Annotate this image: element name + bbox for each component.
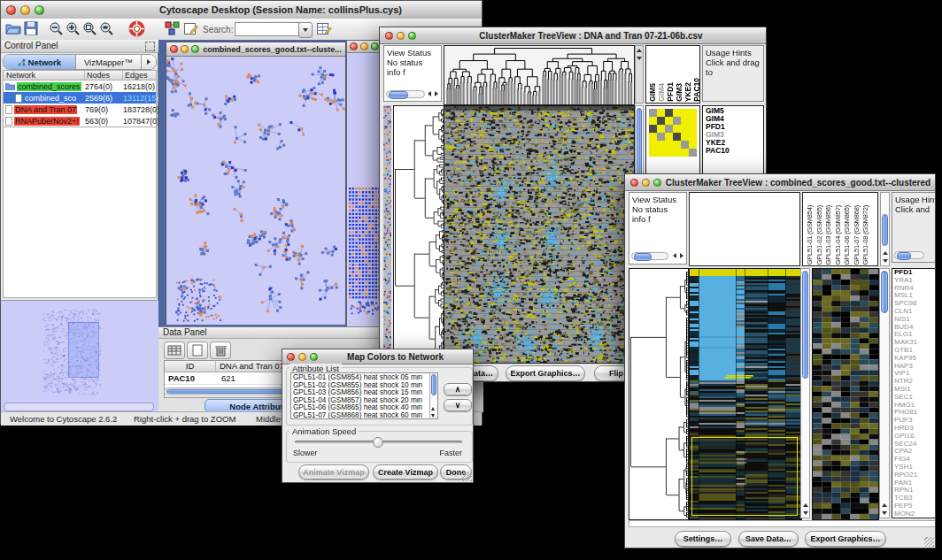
network-list-empty-area[interactable] [3, 127, 157, 298]
view-status-hscrollbar[interactable] [631, 252, 668, 260]
matrix-cell[interactable] [681, 117, 689, 125]
gene-label[interactable]: MON2 [894, 510, 917, 518]
zoom-window-icon[interactable] [35, 5, 44, 15]
tab-vizmapper[interactable]: VizMapper™ [76, 55, 142, 69]
matrix-cell[interactable] [665, 125, 673, 133]
combined-zoom-heatmap[interactable] [812, 268, 879, 520]
view-status-hscrollbar[interactable] [386, 90, 425, 98]
dna-treeview-titlebar[interactable]: ClusterMaker TreeView : DNA and Tran 07-… [380, 27, 766, 44]
dna-heatmap-canvas[interactable] [444, 105, 635, 364]
network-overview-canvas[interactable] [3, 303, 157, 402]
combined-hscrollbar[interactable] [629, 520, 936, 527]
matrix-cell[interactable] [665, 109, 673, 117]
matrix-cell[interactable] [673, 109, 681, 117]
minimize-icon[interactable] [642, 179, 650, 187]
matrix-cell[interactable] [681, 149, 689, 157]
matrix-cell[interactable] [681, 109, 689, 117]
save-data-button[interactable]: Save Data… [738, 531, 799, 547]
matrix-cell[interactable] [681, 125, 689, 133]
combined-treeview-titlebar[interactable]: ClusterMaker TreeView : combined_scores_… [625, 174, 935, 191]
attribute-list-item[interactable]: GPL51-07 (GSM868) heat shock 60 min [293, 412, 429, 419]
matrix-cell[interactable] [649, 109, 657, 117]
float-panel-icon[interactable] [145, 42, 155, 51]
scroll-right-icon[interactable] [680, 253, 683, 258]
delete-attribute-trash-icon[interactable] [210, 341, 231, 359]
close-icon[interactable] [6, 5, 16, 15]
combined-header-vscrollbar[interactable] [880, 192, 890, 266]
attribute-list[interactable]: GPL51-01 (GSM854) heat shock 05 minGPL51… [290, 372, 438, 419]
dna-overview-strip[interactable] [383, 105, 391, 362]
matrix-cell[interactable] [657, 109, 665, 117]
vizmapper-icon[interactable] [165, 21, 180, 36]
matrix-cell[interactable] [657, 141, 665, 149]
scroll-left-icon[interactable] [428, 91, 431, 96]
network-view-canvas[interactable] [166, 57, 345, 325]
search-dropdown-icon[interactable] [298, 22, 313, 38]
export-graphics-button[interactable]: Export Graphics… [805, 531, 886, 547]
close-icon[interactable] [287, 353, 295, 361]
close-icon[interactable] [385, 32, 393, 40]
combined-row-dendrogram[interactable] [629, 268, 689, 520]
dna-row-dendrogram[interactable] [393, 105, 445, 364]
close-icon[interactable] [630, 179, 638, 187]
animation-speed-slider[interactable] [295, 441, 462, 443]
matrix-cell[interactable] [649, 141, 657, 149]
matrix-cell[interactable] [665, 133, 673, 141]
dna-header-scroll-strip[interactable] [635, 45, 644, 104]
network-view-titlebar[interactable]: combined_scores_good.txt--cluste... [166, 42, 345, 57]
matrix-cell[interactable] [657, 117, 665, 125]
select-attributes-icon[interactable] [164, 341, 185, 359]
combined-zoom-vscrollbar[interactable] [879, 268, 890, 518]
matrix-cell[interactable] [673, 149, 681, 157]
matrix-cell[interactable] [657, 125, 665, 133]
resize-grip[interactable] [924, 537, 934, 547]
zoom-window-icon[interactable] [191, 45, 199, 53]
move-up-button[interactable]: ∧ [444, 383, 472, 395]
zoom-fit-icon[interactable] [99, 21, 114, 36]
matrix-cell[interactable] [665, 149, 673, 157]
matrix-cell[interactable] [649, 133, 657, 141]
matrix-cell[interactable] [649, 149, 657, 157]
network-list-row[interactable]: combined_scores2764(0)16218(0) [3, 81, 157, 92]
search-input[interactable] [235, 22, 300, 36]
matrix-cell[interactable] [657, 149, 665, 157]
matrix-cell[interactable] [689, 133, 697, 141]
grid-network-window[interactable] [346, 40, 383, 326]
matrix-cell[interactable] [673, 141, 681, 149]
move-down-button[interactable]: ∨ [444, 399, 472, 411]
matrix-cell[interactable] [689, 141, 697, 149]
save-icon[interactable] [24, 21, 38, 35]
usage-hints-hscrollbar[interactable] [894, 251, 924, 259]
attribute-list-item[interactable]: GPL51-06 (GSM865) heat shock 40 min [293, 404, 429, 412]
slider-thumb[interactable] [373, 437, 383, 448]
combined-heatmap-canvas[interactable] [689, 268, 802, 520]
annotation-icon[interactable] [183, 21, 198, 36]
attribute-list-item[interactable]: GPL51-03 (GSM856) heat shock 15 min [293, 389, 429, 397]
animate-vizmap-button[interactable]: Animate Vizmap [298, 464, 369, 479]
close-icon[interactable] [350, 42, 358, 50]
matrix-cell[interactable] [649, 125, 657, 133]
matrix-cell[interactable] [689, 109, 697, 117]
combined-vscrollbar[interactable] [800, 268, 810, 518]
zoom-window-icon[interactable] [408, 32, 416, 40]
matrix-cell[interactable] [673, 117, 681, 125]
id-column-header[interactable]: ID [165, 361, 216, 372]
minimize-icon[interactable] [181, 45, 189, 53]
new-attribute-icon[interactable] [187, 341, 208, 359]
settings-button[interactable]: Settings… [675, 531, 731, 547]
minimize-icon[interactable] [397, 32, 405, 40]
minimize-icon[interactable] [360, 42, 368, 50]
network-overview-panel[interactable] [1, 300, 158, 412]
network-list-row[interactable]: DNA and Tran 07769(0)183728(0) [3, 104, 157, 115]
zoom-out-icon[interactable] [49, 21, 64, 36]
matrix-cell[interactable] [665, 117, 673, 125]
dna-export-graphics-button[interactable]: Export Graphics… [506, 365, 585, 381]
network-list-row[interactable]: combined_sco2569(6)13112(15) [3, 92, 157, 104]
zoom-window-icon[interactable] [371, 42, 379, 50]
attribute-list-vscrollbar[interactable] [429, 373, 437, 418]
zoom-selected-icon[interactable] [82, 21, 97, 36]
close-icon[interactable] [170, 45, 178, 53]
zoom-window-icon[interactable] [653, 179, 661, 187]
network-list-row[interactable]: RNAPuberNov2+!563(0)107847(0) [3, 115, 157, 127]
dna-column-dendrogram[interactable] [444, 45, 635, 105]
